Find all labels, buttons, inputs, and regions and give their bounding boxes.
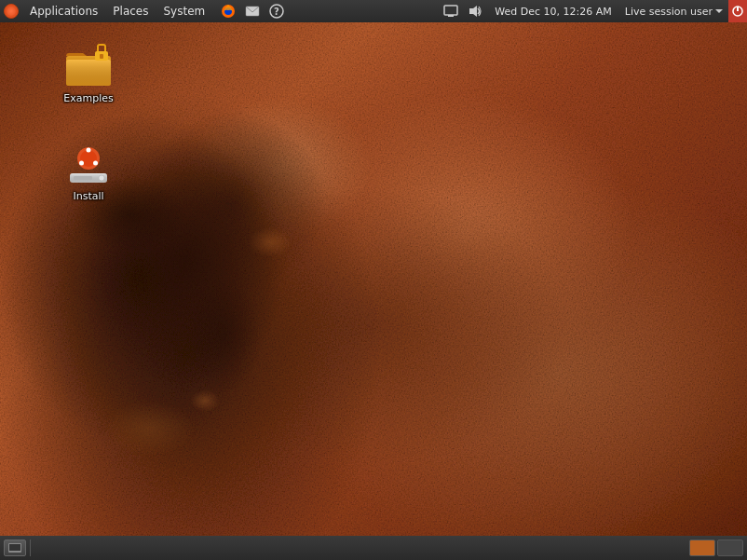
svg-point-19 [93, 161, 98, 166]
svg-point-24 [99, 175, 104, 181]
menu-places[interactable]: Places [105, 0, 156, 22]
panel-right: Wed Dec 10, 12:26 AM Live session user [439, 0, 747, 22]
ubuntu-logo[interactable] [0, 0, 22, 22]
svg-rect-6 [448, 15, 454, 17]
svg-point-20 [79, 161, 84, 166]
menu-system[interactable]: System [156, 0, 212, 22]
svg-marker-9 [715, 9, 723, 13]
help-icon[interactable]: ? [265, 0, 289, 22]
bottom-panel-right [689, 540, 747, 556]
install-svg [66, 145, 111, 186]
top-panel: Applications Places System ? [0, 0, 747, 22]
workspace-1-button[interactable] [689, 540, 715, 556]
desktop-splatter-overlay [37, 75, 410, 494]
desktop: Applications Places System ? [0, 0, 747, 560]
examples-label: Examples [63, 92, 113, 104]
chevron-down-icon [715, 7, 723, 15]
install-image [66, 143, 111, 188]
svg-marker-8 [469, 6, 477, 17]
workspace-2-button[interactable] [717, 540, 743, 556]
menu-applications[interactable]: Applications [22, 0, 105, 22]
svg-rect-7 [445, 7, 456, 14]
volume-icon[interactable] [463, 0, 487, 22]
panel-separator [30, 540, 31, 556]
examples-folder-image [66, 46, 111, 90]
user-button[interactable]: Live session user [619, 0, 728, 22]
svg-rect-26 [9, 544, 20, 551]
user-label: Live session user [625, 6, 713, 18]
panel-clock[interactable]: Wed Dec 10, 12:26 AM [487, 0, 618, 22]
install-label: Install [73, 190, 103, 202]
show-desktop-button[interactable] [4, 540, 26, 556]
svg-rect-15 [66, 60, 111, 86]
display-icon[interactable] [439, 0, 463, 22]
bottom-panel-left [0, 540, 36, 556]
install-icon[interactable]: Install [51, 140, 126, 206]
power-button[interactable] [728, 0, 747, 22]
bottom-panel [0, 536, 747, 560]
power-icon [731, 5, 744, 18]
examples-icon[interactable]: Examples [51, 42, 126, 108]
show-desktop-icon [8, 543, 21, 553]
svg-point-18 [87, 148, 91, 153]
svg-text:?: ? [274, 7, 279, 17]
firefox-icon[interactable] [216, 0, 240, 22]
mail-icon[interactable] [240, 0, 265, 22]
lock-badge [94, 44, 109, 61]
svg-rect-23 [74, 176, 92, 180]
